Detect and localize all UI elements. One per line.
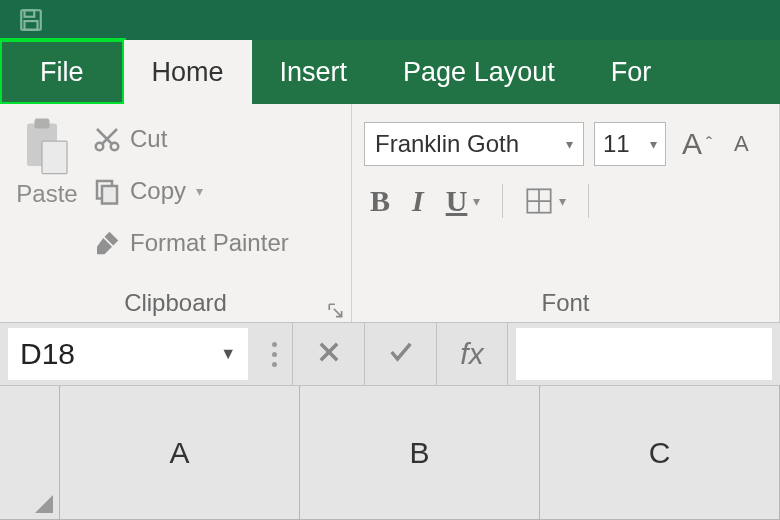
- group-label-clipboard: Clipboard: [0, 284, 351, 322]
- column-header-b[interactable]: B: [300, 386, 540, 520]
- svg-rect-2: [25, 21, 38, 30]
- paste-label: Paste: [16, 180, 77, 208]
- underline-button[interactable]: U ▾: [440, 182, 487, 220]
- group-label-font: Font: [352, 284, 779, 322]
- group-clipboard: Paste Cut Copy ▾: [0, 104, 352, 322]
- dialog-launcher-icon[interactable]: [327, 298, 345, 316]
- tab-insert[interactable]: Insert: [252, 40, 376, 104]
- formula-bar: D18 ▼ fx: [0, 322, 780, 386]
- font-size-value: 11: [603, 130, 630, 158]
- save-icon[interactable]: [18, 7, 44, 33]
- paintbrush-icon: [92, 228, 122, 258]
- chevron-down-icon: ▾: [566, 136, 573, 152]
- decrease-font-size-button[interactable]: A: [728, 131, 755, 157]
- check-icon: [387, 338, 415, 370]
- underline-label: U: [446, 184, 468, 218]
- svg-rect-9: [102, 186, 117, 204]
- scissors-icon: [92, 124, 122, 154]
- chevron-down-icon: ▾: [473, 193, 480, 209]
- cut-label: Cut: [130, 125, 167, 153]
- column-header-c[interactable]: C: [540, 386, 780, 520]
- font-name-value: Franklin Goth: [375, 130, 519, 158]
- svg-rect-4: [35, 119, 50, 129]
- tab-page-layout[interactable]: Page Layout: [375, 40, 583, 104]
- name-box[interactable]: D18 ▼: [8, 328, 248, 380]
- italic-button[interactable]: I: [406, 182, 430, 220]
- borders-button[interactable]: ▾: [519, 185, 572, 217]
- letter-a-small-icon: A: [734, 133, 749, 155]
- excel-window: File Home Insert Page Layout For Paste: [0, 0, 780, 520]
- tab-formulas[interactable]: For: [583, 40, 660, 104]
- copy-label: Copy: [130, 177, 186, 205]
- format-painter-button[interactable]: Format Painter: [92, 220, 289, 266]
- cut-button[interactable]: Cut: [92, 116, 289, 162]
- chevron-down-icon: ▾: [196, 183, 203, 199]
- enter-button[interactable]: [364, 322, 436, 386]
- select-all-corner[interactable]: [0, 386, 60, 520]
- insert-function-button[interactable]: fx: [436, 322, 508, 386]
- borders-icon: [525, 187, 553, 215]
- chevron-down-icon[interactable]: ▼: [220, 345, 236, 363]
- separator: [588, 184, 589, 218]
- letter-a-large-icon: A: [682, 129, 702, 159]
- tab-file[interactable]: File: [0, 40, 124, 104]
- chevron-down-icon: ▾: [559, 193, 566, 209]
- increase-font-size-button[interactable]: Aˆ: [676, 127, 718, 161]
- copy-icon: [92, 176, 122, 206]
- svg-rect-5: [42, 141, 67, 174]
- ribbon: Paste Cut Copy ▾: [0, 104, 780, 322]
- copy-button[interactable]: Copy ▾: [92, 168, 289, 214]
- paste-button[interactable]: Paste: [12, 116, 82, 208]
- bold-button[interactable]: B: [364, 182, 396, 220]
- fx-label: fx: [460, 337, 483, 371]
- separator: [502, 184, 503, 218]
- grip-handle[interactable]: [256, 342, 292, 367]
- font-size-dropdown[interactable]: 11 ▾: [594, 122, 666, 166]
- font-name-dropdown[interactable]: Franklin Goth ▾: [364, 122, 584, 166]
- svg-rect-1: [25, 10, 35, 17]
- ribbon-tabs: File Home Insert Page Layout For: [0, 40, 780, 104]
- column-header-a[interactable]: A: [60, 386, 300, 520]
- format-painter-label: Format Painter: [130, 229, 289, 257]
- x-icon: [315, 338, 343, 370]
- column-headers: A B C: [0, 386, 780, 520]
- formula-input[interactable]: [516, 328, 772, 380]
- paste-icon: [22, 116, 72, 176]
- cancel-button[interactable]: [292, 322, 364, 386]
- quick-access-toolbar: [0, 0, 780, 40]
- chevron-down-icon: ▾: [650, 136, 657, 152]
- tab-home[interactable]: Home: [124, 40, 252, 104]
- name-box-value: D18: [20, 337, 75, 371]
- group-font: Franklin Goth ▾ 11 ▾ Aˆ A B: [352, 104, 780, 322]
